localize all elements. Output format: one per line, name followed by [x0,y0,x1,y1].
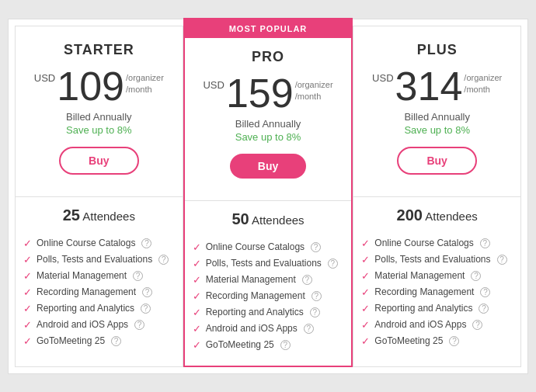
plan-card-plus: PLUS USD 314 /organizer/month Billed Ann… [353,26,521,367]
feature-label: Material Management [374,270,465,281]
feature-label: Recording Management [37,286,136,297]
info-icon[interactable]: ? [479,304,489,314]
buy-button-starter[interactable]: Buy [59,147,138,175]
feature-label: Recording Management [374,286,474,297]
info-icon[interactable]: ? [472,320,482,330]
feature-item: ✓ Online Course Catalogs ? [193,239,344,255]
features-list: ✓ Online Course Catalogs ? ✓ Polls, Test… [185,239,352,366]
attendees: 25 Attendees [16,206,183,224]
feature-label: Android and iOS Apps [37,319,128,330]
feature-item: ✓ Online Course Catalogs ? [361,235,513,252]
feature-item: ✓ Polls, Tests and Evaluations ? [193,255,344,272]
info-icon[interactable]: ? [449,336,459,346]
divider [16,196,183,197]
buy-button-plus[interactable]: Buy [397,147,476,175]
plan-name: STARTER [23,42,175,58]
price-currency: USD [34,72,55,84]
feature-label: GoToMeeting 25 [37,335,105,346]
check-icon: ✓ [193,339,201,351]
price-suffix: /organizer/month [464,72,502,96]
price-row: USD 314 /organizer/month [361,66,513,106]
attendees: 200 Attendees [353,206,520,224]
plan-card-starter: STARTER USD 109 /organizer/month Billed … [15,26,183,367]
check-icon: ✓ [361,286,370,298]
feature-item: ✓ GoToMeeting 25 ? [361,333,513,349]
price-amount: 314 [395,66,463,106]
price-suffix: /organizer/month [295,79,333,103]
plan-card-pro: MOST POPULAR PRO USD 159 /organizer/mont… [183,18,353,367]
check-icon: ✓ [361,303,370,314]
feature-item: ✓ GoToMeeting 25 ? [23,333,175,349]
feature-label: Reporting and Analytics [37,303,134,314]
divider [185,200,352,201]
plan-name: PLUS [361,42,513,58]
attendees-count: 200 [397,206,423,224]
feature-label: Recording Management [206,290,305,301]
plan-header: STARTER USD 109 /organizer/month Billed … [16,26,183,196]
check-icon: ✓ [23,319,32,331]
info-icon[interactable]: ? [111,336,121,346]
check-icon: ✓ [193,274,201,286]
check-icon: ✓ [23,335,32,347]
feature-item: ✓ Material Management ? [361,268,513,284]
feature-item: ✓ Polls, Tests and Evaluations ? [361,252,513,268]
info-icon[interactable]: ? [302,275,312,285]
info-icon[interactable]: ? [280,340,291,350]
feature-label: GoToMeeting 25 [206,339,274,350]
price-currency: USD [203,79,224,91]
price-amount: 159 [226,73,294,113]
feature-label: Reporting and Analytics [374,303,472,314]
info-icon[interactable]: ? [141,238,151,248]
feature-label: GoToMeeting 25 [374,335,443,346]
check-icon: ✓ [361,270,370,282]
info-icon[interactable]: ? [328,258,338,269]
info-icon[interactable]: ? [158,255,169,265]
feature-item: ✓ Recording Management ? [23,284,175,300]
feature-label: Online Course Catalogs [374,238,473,248]
buy-button-pro[interactable]: Buy [230,154,306,179]
info-icon[interactable]: ? [141,304,151,314]
info-icon[interactable]: ? [310,307,320,317]
feature-item: ✓ Recording Management ? [193,288,344,304]
plan-name: PRO [193,49,344,65]
feature-label: Polls, Tests and Evaluations [374,254,490,265]
plan-header: PRO USD 159 /organizer/month Billed Annu… [185,38,352,200]
check-icon: ✓ [193,323,201,335]
feature-item: ✓ GoToMeeting 25 ? [193,337,344,353]
check-icon: ✓ [23,303,32,314]
most-popular-badge: MOST POPULAR [185,19,352,38]
info-icon[interactable]: ? [133,271,143,281]
feature-label: Online Course Catalogs [206,241,305,252]
check-icon: ✓ [361,319,370,331]
info-icon[interactable]: ? [480,287,490,297]
info-icon[interactable]: ? [142,287,152,297]
feature-item: ✓ Material Management ? [23,268,175,284]
info-icon[interactable]: ? [134,320,144,330]
billed-text: Billed Annually [361,111,513,123]
plan-header: PLUS USD 314 /organizer/month Billed Ann… [353,26,520,196]
check-icon: ✓ [361,238,370,249]
info-icon[interactable]: ? [311,242,321,252]
info-icon[interactable]: ? [480,238,490,248]
attendees-count: 25 [63,206,80,224]
feature-item: ✓ Material Management ? [193,272,344,288]
feature-item: ✓ Reporting and Analytics ? [23,300,175,317]
check-icon: ✓ [23,238,32,249]
save-text: Save up to 8% [23,124,175,136]
info-icon[interactable]: ? [304,324,314,334]
feature-label: Android and iOS Apps [206,323,298,334]
feature-item: ✓ Android and iOS Apps ? [23,317,175,333]
info-icon[interactable]: ? [497,255,507,265]
save-text: Save up to 8% [193,131,344,143]
feature-item: ✓ Reporting and Analytics ? [361,300,513,317]
price-row: USD 109 /organizer/month [23,66,175,106]
price-amount: 109 [57,66,124,106]
info-icon[interactable]: ? [471,271,481,281]
price-currency: USD [372,72,393,84]
attendees-count: 50 [231,210,249,227]
info-icon[interactable]: ? [312,291,322,301]
check-icon: ✓ [23,286,32,298]
price-suffix: /organizer/month [126,72,164,96]
feature-label: Polls, Tests and Evaluations [206,258,322,269]
feature-item: ✓ Reporting and Analytics ? [193,304,344,321]
